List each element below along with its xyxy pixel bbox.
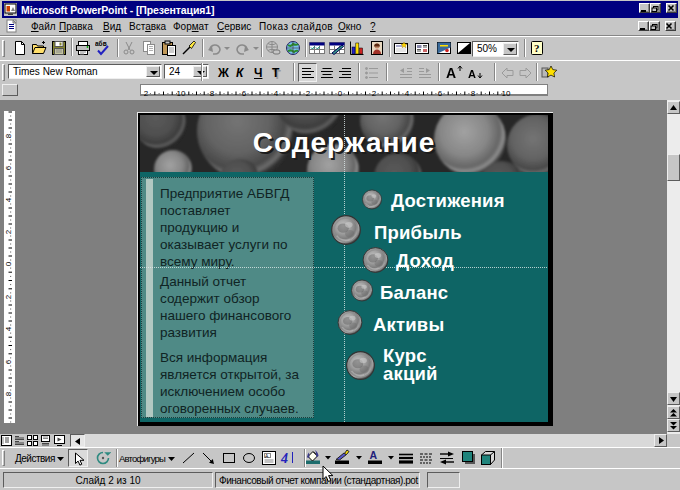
svg-text:2: 2 xyxy=(372,89,377,98)
svg-text:0: 0 xyxy=(338,89,343,98)
svg-text:2: 2 xyxy=(4,229,13,234)
svg-text:4: 4 xyxy=(405,89,410,98)
svg-text:4: 4 xyxy=(280,451,288,466)
svg-text:4: 4 xyxy=(4,326,13,331)
svg-text:8: 8 xyxy=(4,391,13,396)
svg-text:4: 4 xyxy=(274,89,279,98)
svg-text:4: 4 xyxy=(4,197,13,202)
svg-text:6: 6 xyxy=(438,89,443,98)
svg-text:2: 2 xyxy=(4,294,13,299)
svg-text:6: 6 xyxy=(4,359,13,364)
svg-text:абв: абв xyxy=(95,40,107,47)
svg-text:?: ? xyxy=(534,42,540,54)
svg-text:8: 8 xyxy=(4,133,13,138)
svg-text:2: 2 xyxy=(144,89,149,98)
svg-text:10: 10 xyxy=(502,89,511,98)
svg-text:8: 8 xyxy=(471,89,476,98)
svg-text:8: 8 xyxy=(210,89,215,98)
svg-text:А: А xyxy=(370,449,378,461)
svg-text:А: А xyxy=(446,65,456,80)
svg-text:0: 0 xyxy=(4,261,13,266)
svg-text:6: 6 xyxy=(242,89,247,98)
svg-text:6: 6 xyxy=(4,165,13,170)
svg-text:2: 2 xyxy=(306,89,311,98)
svg-text:А: А xyxy=(468,68,476,80)
